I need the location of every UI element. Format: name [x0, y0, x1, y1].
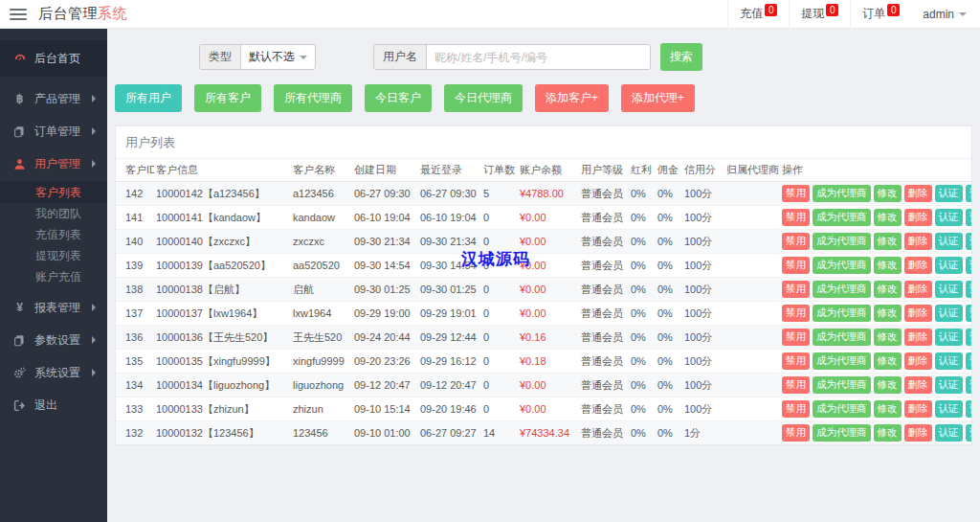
cell-balance: ¥0.00: [518, 278, 579, 302]
delete-button[interactable]: 删除: [904, 352, 932, 370]
delete-button[interactable]: 删除: [904, 185, 932, 202]
delete-button[interactable]: 删除: [904, 305, 932, 322]
disable-button[interactable]: 禁用: [782, 233, 810, 250]
sidebar-item-users[interactable]: 用户管理: [0, 148, 107, 180]
orders-nav-item[interactable]: 订单0: [850, 0, 911, 29]
verify-button[interactable]: 认证: [935, 281, 963, 298]
disable-button[interactable]: 禁用: [782, 424, 810, 442]
delete-button[interactable]: 删除: [904, 257, 932, 274]
delete-button[interactable]: 删除: [904, 281, 932, 298]
verify-button[interactable]: 认证: [935, 185, 963, 202]
edit-button[interactable]: 修改: [874, 305, 902, 322]
today-agents-button[interactable]: 今日代理商: [444, 84, 523, 112]
verify-button[interactable]: 认证: [935, 352, 963, 370]
all-agents-button[interactable]: 所有代理商: [274, 84, 352, 112]
disable-button[interactable]: 禁用: [782, 329, 810, 346]
delete-button[interactable]: 删除: [904, 233, 932, 250]
all-customers-button[interactable]: 所有客户: [194, 84, 261, 112]
disable-button[interactable]: 禁用: [782, 257, 810, 274]
verify-button[interactable]: 认证: [935, 329, 963, 346]
verify-button[interactable]: 认证: [935, 376, 963, 394]
add-customer-button[interactable]: 添加客户+: [535, 84, 609, 112]
cell-last_login: 09-12 20:47: [418, 374, 481, 397]
funds-button[interactable]: 资金: [966, 329, 972, 346]
sidebar-item-reports[interactable]: ¥ 报表管理: [0, 291, 107, 324]
become-agent-button[interactable]: 成为代理商: [813, 257, 871, 274]
funds-button[interactable]: 资金: [966, 185, 972, 202]
verify-button[interactable]: 认证: [935, 400, 963, 418]
sidebar-item-withdraw-list[interactable]: 提现列表: [0, 245, 107, 266]
funds-button[interactable]: 资金: [966, 305, 972, 322]
hamburger-menu-icon[interactable]: [10, 9, 27, 20]
disable-button[interactable]: 禁用: [782, 352, 810, 370]
delete-button[interactable]: 删除: [904, 376, 932, 394]
funds-button[interactable]: 资金: [966, 424, 972, 442]
funds-button[interactable]: 资金: [966, 352, 972, 370]
cell-commission: 0%: [656, 230, 682, 254]
add-agent-button[interactable]: 添加代理+: [621, 84, 695, 112]
edit-button[interactable]: 修改: [874, 257, 902, 274]
all-users-button[interactable]: 所有用户: [115, 84, 182, 112]
become-agent-button[interactable]: 成为代理商: [813, 352, 871, 370]
become-agent-button[interactable]: 成为代理商: [813, 400, 871, 418]
sidebar-item-products[interactable]: ฿ 产品管理: [0, 82, 107, 115]
sidebar-item-system-settings[interactable]: 系统设置: [0, 356, 107, 389]
withdraw-nav-item[interactable]: 提现0: [789, 0, 850, 29]
funds-button[interactable]: 资金: [966, 281, 972, 298]
delete-button[interactable]: 删除: [904, 209, 932, 226]
become-agent-button[interactable]: 成为代理商: [813, 185, 871, 202]
delete-button[interactable]: 删除: [904, 400, 932, 418]
become-agent-button[interactable]: 成为代理商: [813, 233, 871, 250]
sidebar-item-logout[interactable]: 退出: [0, 389, 107, 421]
funds-button[interactable]: 资金: [966, 209, 972, 226]
edit-button[interactable]: 修改: [874, 185, 902, 202]
today-customers-button[interactable]: 今日客户: [365, 84, 432, 112]
cell-name: 123456: [291, 421, 352, 445]
funds-button[interactable]: 资金: [966, 376, 972, 394]
funds-button[interactable]: 资金: [966, 257, 972, 274]
sidebar-item-customer-list[interactable]: 客户列表: [0, 182, 107, 203]
username-input[interactable]: [427, 45, 650, 69]
verify-button[interactable]: 认证: [935, 209, 963, 226]
become-agent-button[interactable]: 成为代理商: [813, 209, 871, 226]
cell-last_login: 09-20 19:46: [418, 397, 481, 421]
sidebar-item-my-team[interactable]: 我的团队: [0, 203, 107, 224]
edit-button[interactable]: 修改: [874, 352, 902, 370]
edit-button[interactable]: 修改: [874, 281, 902, 298]
edit-button[interactable]: 修改: [874, 209, 902, 226]
verify-button[interactable]: 认证: [935, 305, 963, 322]
sidebar-item-parameters[interactable]: 参数设置: [0, 324, 107, 356]
sidebar-item-recharge-list[interactable]: 充值列表: [0, 224, 107, 245]
disable-button[interactable]: 禁用: [782, 376, 810, 394]
delete-button[interactable]: 删除: [904, 329, 932, 346]
become-agent-button[interactable]: 成为代理商: [813, 329, 871, 346]
disable-button[interactable]: 禁用: [782, 281, 810, 298]
disable-button[interactable]: 禁用: [782, 305, 810, 322]
disable-button[interactable]: 禁用: [782, 400, 810, 418]
edit-button[interactable]: 修改: [874, 424, 902, 442]
delete-button[interactable]: 删除: [904, 424, 932, 442]
verify-button[interactable]: 认证: [935, 233, 963, 250]
search-button[interactable]: 搜索: [660, 43, 702, 71]
become-agent-button[interactable]: 成为代理商: [813, 424, 871, 442]
type-select[interactable]: 默认不选: [241, 45, 315, 69]
become-agent-button[interactable]: 成为代理商: [813, 305, 871, 322]
become-agent-button[interactable]: 成为代理商: [813, 376, 871, 394]
verify-button[interactable]: 认证: [935, 257, 963, 274]
recharge-nav-item[interactable]: 充值0: [727, 0, 789, 29]
sidebar-item-account-recharge[interactable]: 账户充值: [0, 266, 107, 287]
sidebar-item-orders[interactable]: 订单管理: [0, 115, 107, 148]
become-agent-button[interactable]: 成为代理商: [813, 281, 871, 298]
disable-button[interactable]: 禁用: [782, 209, 810, 226]
sidebar-item-home[interactable]: 后台首页: [0, 40, 107, 77]
admin-user-menu[interactable]: admin: [911, 8, 980, 21]
edit-button[interactable]: 修改: [874, 329, 902, 346]
verify-button[interactable]: 认证: [935, 424, 963, 442]
funds-button[interactable]: 资金: [966, 400, 972, 418]
cell-commission: 0%: [656, 374, 682, 397]
funds-button[interactable]: 资金: [966, 233, 972, 250]
disable-button[interactable]: 禁用: [782, 185, 810, 202]
edit-button[interactable]: 修改: [874, 233, 902, 250]
edit-button[interactable]: 修改: [874, 376, 902, 394]
edit-button[interactable]: 修改: [874, 400, 902, 418]
